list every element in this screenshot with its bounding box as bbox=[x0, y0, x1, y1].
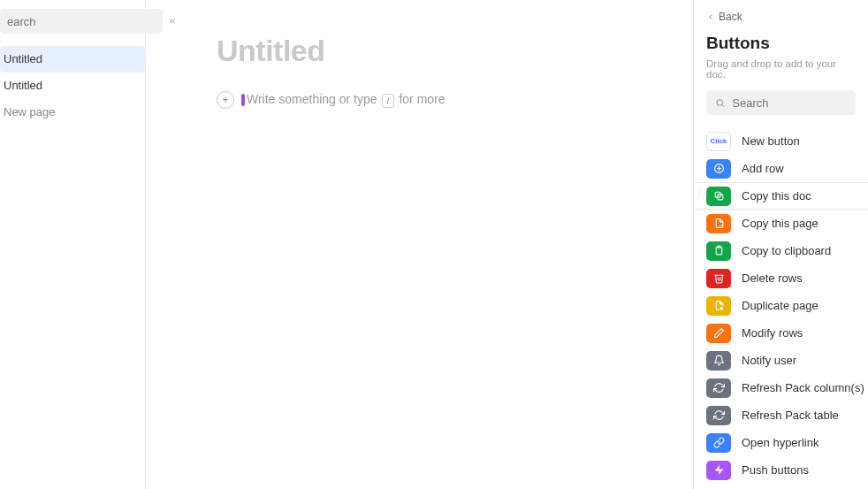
search-icon bbox=[715, 97, 725, 109]
document-canvas: Untitled + Write something or type / for… bbox=[146, 0, 693, 489]
button-template-label: Open hyperlink bbox=[742, 436, 819, 449]
svg-point-0 bbox=[717, 99, 723, 105]
page-list: UntitledUntitledNew page bbox=[0, 46, 145, 126]
button-template-item[interactable]: Duplicate page bbox=[694, 292, 868, 319]
button-template-label: Notify user bbox=[742, 354, 796, 367]
button-template-label: Add row bbox=[742, 162, 784, 175]
panel-back-label: Back bbox=[719, 11, 742, 23]
add-block-button[interactable]: + bbox=[217, 91, 234, 109]
refresh-icon bbox=[706, 406, 731, 425]
button-template-item[interactable]: Push buttons bbox=[694, 456, 868, 484]
copy-icon bbox=[706, 187, 731, 206]
sidebar-page-item[interactable]: Untitled bbox=[0, 46, 145, 73]
sidebar-search-input[interactable] bbox=[0, 9, 163, 34]
insert-panel: Back Buttons Drag and drop to add to you… bbox=[693, 0, 868, 489]
svg-rect-14 bbox=[720, 307, 723, 310]
button-template-label: Modify rows bbox=[742, 326, 803, 340]
sidebar-page-item[interactable]: Untitled bbox=[0, 73, 145, 99]
button-template-item[interactable]: Copy to clipboard bbox=[694, 237, 868, 264]
panel-subtitle: Drag and drop to add to your doc. bbox=[694, 58, 868, 90]
panel-search-box[interactable] bbox=[706, 90, 856, 115]
svg-marker-16 bbox=[714, 465, 723, 475]
drag-handle-icon[interactable]: ⋮⋮ bbox=[696, 191, 710, 196]
button-template-label: Copy this page bbox=[742, 217, 819, 230]
bell-icon bbox=[706, 351, 731, 371]
plus-circle-icon bbox=[706, 159, 731, 179]
left-sidebar: UntitledUntitledNew page bbox=[0, 0, 146, 489]
button-template-label: Duplicate page bbox=[742, 299, 819, 312]
button-template-label: Push buttons bbox=[742, 463, 809, 477]
panel-title: Buttons bbox=[694, 34, 868, 58]
button-template-label: Refresh Pack column(s) bbox=[742, 381, 864, 394]
button-template-item[interactable]: Delete rows bbox=[694, 264, 868, 292]
link-icon bbox=[706, 433, 731, 453]
button-template-item[interactable]: ClickNew button bbox=[694, 127, 868, 155]
button-template-label: New button bbox=[742, 134, 800, 148]
page-copy-icon bbox=[706, 214, 731, 233]
button-template-item[interactable]: Add row bbox=[694, 155, 868, 182]
document-title[interactable]: Untitled bbox=[217, 34, 658, 68]
click-icon: Click bbox=[706, 132, 731, 151]
button-template-list: ClickNew buttonAdd row⋮⋮Copy this docCop… bbox=[694, 127, 868, 484]
button-template-item[interactable]: Notify user bbox=[694, 347, 868, 374]
button-template-item[interactable]: Modify rows bbox=[694, 319, 868, 347]
editor-placeholder: Write something or type / for more bbox=[241, 92, 445, 107]
button-template-item[interactable]: Refresh Pack table bbox=[694, 401, 868, 429]
text-cursor-icon bbox=[241, 94, 245, 106]
panel-search-input[interactable] bbox=[732, 96, 847, 110]
button-template-item[interactable]: Refresh Pack column(s) bbox=[694, 374, 868, 401]
clipboard-icon bbox=[706, 241, 731, 261]
bolt-icon bbox=[706, 461, 731, 480]
pencil-icon bbox=[706, 324, 731, 343]
panel-back-button[interactable]: Back bbox=[694, 11, 868, 34]
trash-icon bbox=[706, 269, 731, 288]
svg-line-1 bbox=[722, 104, 724, 106]
refresh-icon bbox=[706, 378, 731, 398]
chevron-left-icon bbox=[706, 12, 715, 21]
plus-icon: + bbox=[222, 94, 228, 106]
button-template-item[interactable]: Open hyperlink bbox=[694, 429, 868, 456]
button-template-label: Copy this doc bbox=[742, 189, 811, 202]
button-template-item[interactable]: Copy this page bbox=[694, 210, 868, 237]
button-template-label: Delete rows bbox=[742, 271, 803, 285]
button-template-item[interactable]: ⋮⋮Copy this doc bbox=[694, 182, 868, 210]
editor-prompt-row[interactable]: + Write something or type / for more bbox=[217, 91, 658, 109]
button-template-label: Refresh Pack table bbox=[742, 409, 839, 422]
button-template-label: Copy to clipboard bbox=[742, 244, 831, 257]
sidebar-page-item[interactable]: New page bbox=[0, 99, 145, 126]
slash-key-icon: / bbox=[382, 94, 393, 108]
page-dup-icon bbox=[706, 296, 731, 316]
